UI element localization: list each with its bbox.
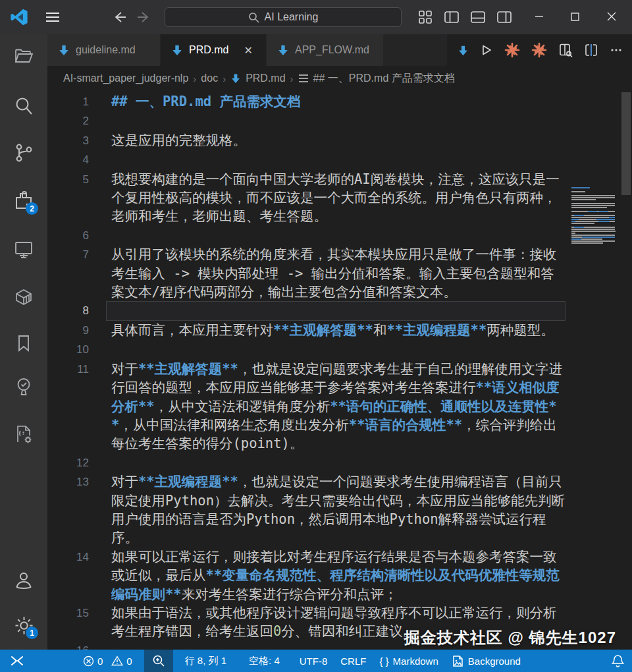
line-text <box>111 150 566 169</box>
breadcrumb-project[interactable]: AI-smart_paper_judger-nlp <box>63 72 188 84</box>
line-text: 对于**主观编程题**，也就是设定一个问题要求考生使用编程语言（目前只限定使用P… <box>111 472 566 547</box>
menu-icon[interactable] <box>43 9 62 25</box>
breadcrumb-folder[interactable]: doc <box>201 72 218 84</box>
editor-line[interactable]: 2 <box>47 111 632 130</box>
tab-app-flow[interactable]: APP_FLOW.md <box>267 34 383 66</box>
background-extension[interactable]: Background <box>445 650 527 672</box>
error-icon <box>83 656 94 667</box>
editor-line[interactable]: 1## 一、PRD.md 产品需求文档 <box>47 92 632 111</box>
container-icon[interactable] <box>13 286 35 308</box>
toggle-sidebar-icon[interactable] <box>443 9 460 25</box>
testing-icon[interactable] <box>13 376 35 398</box>
tab-prd[interactable]: PRD.md ✕ <box>161 34 266 66</box>
line-text: 如果可以正常运行，则接着比对考生程序运行结果是否与本题参考答案一致或近似，最后从… <box>111 547 566 603</box>
line-text <box>111 226 566 245</box>
line-number: 16 <box>47 641 89 650</box>
back-arrow-icon[interactable] <box>111 9 129 26</box>
line-text: 具体而言，本应用主要针对**主观解答题**和**主观编程题**两种题型。 <box>111 321 566 340</box>
tab-bar: guideline.md PRD.md ✕ APP_FLOW.md <box>47 34 632 66</box>
line-text <box>111 453 566 472</box>
warning-icon <box>111 656 123 666</box>
editor-line[interactable]: 11对于**主观解答题**，也就是设定问题要求考生基于自己的理解使用文字进行回答… <box>47 360 632 453</box>
activity-bar: 2 <box>0 34 47 650</box>
line-number: 6 <box>47 226 89 245</box>
line-text: ## 一、PRD.md 产品需求文档 <box>111 92 566 111</box>
customize-layout-icon[interactable] <box>417 9 433 25</box>
editor-line[interactable]: 8 <box>47 301 632 320</box>
vscode-logo-icon <box>9 8 30 26</box>
problems-status[interactable]: 0 0 <box>76 650 144 672</box>
search-sidebar-icon[interactable] <box>13 95 35 117</box>
language-mode[interactable]: { } Markdown <box>373 650 444 672</box>
open-preview-icon[interactable] <box>558 43 573 57</box>
minimap[interactable] <box>571 187 618 246</box>
bookmarks-icon[interactable] <box>13 332 35 354</box>
explorer-icon[interactable] <box>13 45 35 67</box>
editor-line[interactable]: 12 <box>47 453 632 472</box>
command-center-search[interactable]: AI Learning <box>165 7 402 27</box>
line-text <box>111 111 566 130</box>
split-editor-icon[interactable] <box>584 43 598 57</box>
editor-line[interactable]: 7从引用了该模块的系统的角度来看，其实本模块应用只是做了一件事：接收考生输入 -… <box>47 245 632 301</box>
run-file-icon[interactable] <box>480 43 493 57</box>
editor[interactable]: 1## 一、PRD.md 产品需求文档23这是应用的完整规格。45我想要构建的是… <box>47 91 632 650</box>
markdown-file-icon <box>58 44 70 56</box>
remote-explorer-icon[interactable] <box>13 238 35 261</box>
close-tab-icon[interactable]: ✕ <box>244 44 252 57</box>
line-text: 从引用了该模块的系统的角度来看，其实本模块应用只是做了一件事：接收考生输入 ->… <box>111 245 566 301</box>
line-number: 8 <box>47 301 89 320</box>
scrollbar-thumb[interactable] <box>621 92 631 195</box>
toggle-secondary-sidebar-icon[interactable] <box>496 9 512 25</box>
status-bar: 0 0 行 8, 列 1 空格: 4 UTF-8 CRLF { } Markdo… <box>0 650 632 672</box>
editor-line[interactable]: 13对于**主观编程题**，也就是设定一个问题要求考生使用编程语言（目前只限定使… <box>47 472 632 547</box>
breadcrumb: AI-smart_paper_judger-nlp › doc › PRD.md… <box>47 66 632 91</box>
settings-gear-icon[interactable]: 1 <box>13 614 35 636</box>
editor-line[interactable]: 6 <box>47 226 632 245</box>
close-button[interactable] <box>602 7 621 26</box>
line-text: 我想要构建的是一个面向中国大学老师的AI阅卷模块，注意，这应该只是一个复用性极高… <box>111 170 566 226</box>
remote-indicator[interactable] <box>0 650 37 672</box>
line-text: 这是应用的完整规格。 <box>111 131 566 150</box>
extensions-icon[interactable]: 2 <box>13 190 35 212</box>
ai-sparkle-icon[interactable] <box>531 42 547 58</box>
line-text <box>106 301 566 320</box>
notifications-bell-icon[interactable] <box>605 650 632 672</box>
maximize-button[interactable] <box>565 7 585 26</box>
editor-line[interactable]: 14如果可以正常运行，则接着比对考生程序运行结果是否与本题参考答案一致或近似，最… <box>47 547 632 603</box>
titlebar: AI Learning <box>0 0 632 34</box>
encoding[interactable]: UTF-8 <box>293 650 334 672</box>
minimize-button[interactable] <box>529 7 549 26</box>
line-number: 11 <box>47 360 89 453</box>
editor-line[interactable]: 4 <box>47 150 632 169</box>
chevron-right-icon: › <box>223 73 226 84</box>
editor-scrollbar[interactable] <box>620 91 632 650</box>
breadcrumb-file[interactable]: PRD.md <box>246 72 285 84</box>
more-actions-icon[interactable] <box>610 43 623 57</box>
editor-line[interactable]: 5我想要构建的是一个面向中国大学老师的AI阅卷模块，注意，这应该只是一个复用性极… <box>47 170 632 226</box>
source-control-icon[interactable] <box>13 142 35 164</box>
editor-line[interactable]: 10 <box>47 340 632 359</box>
line-number: 13 <box>47 472 89 547</box>
chevron-right-icon: › <box>193 73 196 84</box>
run-settings-icon[interactable] <box>13 423 35 445</box>
eol-sequence[interactable]: CRLF <box>334 650 373 672</box>
markdown-toc-icon[interactable] <box>458 45 469 56</box>
forward-arrow-icon[interactable] <box>134 9 153 26</box>
editor-line[interactable]: 3这是应用的完整规格。 <box>47 131 632 150</box>
markdown-file-icon <box>230 73 241 84</box>
tab-guideline[interactable]: guideline.md <box>47 34 160 66</box>
tab-label: guideline.md <box>76 44 136 56</box>
breadcrumb-symbol[interactable]: ## 一、PRD.md 产品需求文档 <box>313 72 455 86</box>
ai-sparkle-icon[interactable] <box>504 42 520 58</box>
zoom-status-item[interactable] <box>144 650 173 672</box>
account-icon[interactable] <box>13 569 35 592</box>
line-number: 9 <box>47 321 89 340</box>
chevron-right-icon: › <box>290 73 294 84</box>
minimap-content <box>571 187 618 246</box>
toggle-panel-icon[interactable] <box>469 9 486 25</box>
indentation[interactable]: 空格: 4 <box>242 650 286 672</box>
settings-badge: 1 <box>26 627 38 639</box>
cursor-position[interactable]: 行 8, 列 1 <box>178 650 233 672</box>
tab-label: APP_FLOW.md <box>295 44 369 56</box>
editor-line[interactable]: 9具体而言，本应用主要针对**主观解答题**和**主观编程题**两种题型。 <box>47 321 632 340</box>
